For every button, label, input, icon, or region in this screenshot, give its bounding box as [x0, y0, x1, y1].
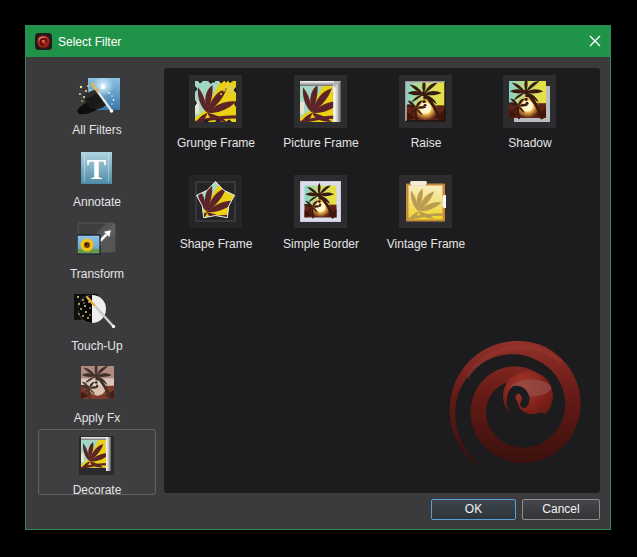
svg-text:T: T	[87, 153, 106, 184]
